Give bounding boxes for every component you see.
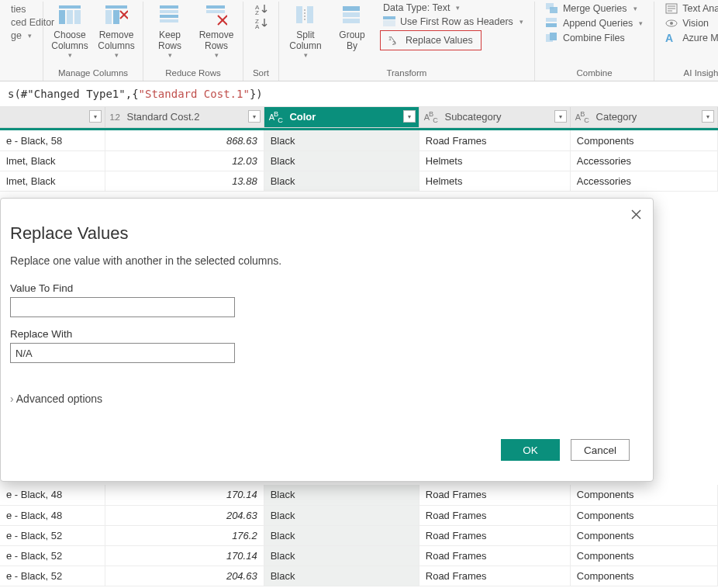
table-columns-icon <box>57 3 82 28</box>
svg-text:A: A <box>665 33 673 43</box>
cell[interactable]: Accessories <box>570 171 717 191</box>
column-header-0[interactable]: ▾ <box>0 107 105 127</box>
cell[interactable]: Black <box>264 485 419 505</box>
group-by-button[interactable]: Group By <box>330 2 374 53</box>
value-to-find-input[interactable] <box>10 297 235 317</box>
sort-asc-icon[interactable]: AZ <box>255 3 268 16</box>
cell[interactable]: Components <box>570 485 717 505</box>
cell[interactable]: 204.63 <box>105 505 264 525</box>
svg-rect-4 <box>105 5 127 9</box>
azure-ml-button[interactable]: A Azure Mach <box>662 31 718 45</box>
cell[interactable]: e - Black, 48 <box>0 505 105 525</box>
cell[interactable]: Components <box>570 505 717 525</box>
svg-rect-21 <box>296 6 302 23</box>
cell[interactable]: lmet, Black <box>0 171 105 191</box>
cell[interactable]: Road Frames <box>419 505 570 525</box>
cell[interactable]: 204.63 <box>105 566 264 586</box>
svg-rect-0 <box>59 5 81 9</box>
cell[interactable]: Road Frames <box>419 485 570 505</box>
svg-rect-27 <box>383 20 395 26</box>
remove-rows-button[interactable]: Remove Rows ▾ <box>195 2 238 61</box>
cell[interactable]: Road Frames <box>419 130 570 150</box>
cell[interactable]: Components <box>570 525 717 545</box>
data-type-button[interactable]: Data Type: Text▾ <box>380 2 463 14</box>
cancel-button[interactable]: Cancel <box>571 439 630 461</box>
svg-rect-12 <box>160 19 178 22</box>
combine-files-button[interactable]: Combine Files <box>543 31 628 45</box>
cell[interactable]: Helmets <box>419 150 570 171</box>
cell[interactable]: lmet, Black <box>0 150 105 171</box>
cell[interactable]: e - Black, 52 <box>0 525 105 545</box>
text-analytics-button[interactable]: Text Analytic <box>662 2 718 16</box>
filter-dropdown-icon[interactable]: ▾ <box>403 110 416 123</box>
cell[interactable]: e - Black, 48 <box>0 485 105 505</box>
svg-rect-3 <box>74 10 81 24</box>
replace-values-button[interactable]: 12 Replace Values <box>380 30 482 50</box>
table-row[interactable]: e - Black, 52170.14BlackRoad FramesCompo… <box>0 545 718 566</box>
advanced-options-toggle[interactable]: Advanced options <box>10 393 631 405</box>
cell[interactable]: 868.63 <box>105 130 264 150</box>
merge-queries-button[interactable]: Merge Queries▾ <box>543 2 640 16</box>
cell[interactable]: e - Black, 52 <box>0 545 105 566</box>
append-queries-button[interactable]: Append Queries▾ <box>543 16 646 30</box>
keep-rows-button[interactable]: Keep Rows ▾ <box>148 2 192 61</box>
table-row[interactable]: e - Black, 52204.63BlackRoad FramesCompo… <box>0 566 718 586</box>
column-header-color[interactable]: ABC Color ▾ <box>264 107 419 127</box>
cell[interactable]: Black <box>264 505 419 525</box>
cell[interactable]: Road Frames <box>419 525 570 545</box>
cell[interactable]: Black <box>264 171 419 191</box>
cell[interactable]: Components <box>570 545 717 566</box>
table-row[interactable]: e - Black, 48204.63BlackRoad FramesCompo… <box>0 505 718 525</box>
cell[interactable]: 13.88 <box>105 171 264 191</box>
ok-button[interactable]: OK <box>501 439 560 461</box>
cell[interactable]: Accessories <box>570 150 717 171</box>
cell[interactable]: 176.2 <box>105 525 264 545</box>
column-header-standard-cost-2[interactable]: 1.2 Standard Cost.2 ▾ <box>105 107 264 127</box>
split-column-icon <box>293 3 318 28</box>
cell[interactable]: 170.14 <box>105 485 264 505</box>
append-icon <box>546 17 558 29</box>
cell[interactable]: e - Black, 52 <box>0 566 105 586</box>
table-row[interactable]: lmet, Black12.03BlackHelmetsAccessories <box>0 150 718 171</box>
cell[interactable]: Components <box>570 130 717 150</box>
split-column-button[interactable]: Split Column ▾ <box>284 2 327 61</box>
group-label-combine: Combine <box>577 67 613 81</box>
cell[interactable]: Helmets <box>419 171 570 191</box>
cell[interactable]: Black <box>264 566 419 586</box>
table-row[interactable]: e - Black, 58868.63BlackRoad FramesCompo… <box>0 130 718 150</box>
column-header-subcategory[interactable]: ABC Subcategory ▾ <box>419 107 570 127</box>
filter-dropdown-icon[interactable]: ▾ <box>554 110 567 123</box>
sort-desc-icon[interactable]: ZA <box>255 17 268 29</box>
cell[interactable]: e - Black, 58 <box>0 130 105 150</box>
cell[interactable]: Black <box>264 130 419 150</box>
formula-bar[interactable]: s(#"Changed Type1",{"Standard Cost.1"}) <box>0 81 718 107</box>
cell[interactable]: Black <box>264 150 419 171</box>
table-row[interactable]: lmet, Black13.88BlackHelmetsAccessories <box>0 171 718 191</box>
cell[interactable]: Black <box>264 545 419 566</box>
cell[interactable]: Road Frames <box>419 545 570 566</box>
filter-dropdown-icon[interactable]: ▾ <box>89 110 102 123</box>
group-label-manage-columns: Manage Columns <box>58 67 128 81</box>
vision-button[interactable]: Vision <box>662 16 712 30</box>
ribbon-cropped-ge[interactable]: ge▾ <box>8 29 35 42</box>
cell[interactable]: 170.14 <box>105 545 264 566</box>
table-row[interactable]: e - Black, 52176.2BlackRoad FramesCompon… <box>0 525 718 545</box>
svg-rect-9 <box>160 5 178 9</box>
close-icon[interactable] <box>627 205 645 223</box>
cell[interactable]: 12.03 <box>105 150 264 171</box>
group-label-ai-insights: AI Insigh <box>684 67 718 81</box>
table-row[interactable]: e - Black, 48170.14BlackRoad FramesCompo… <box>0 485 718 505</box>
column-header-category[interactable]: ABC Category ▾ <box>570 107 717 127</box>
data-table-bottom: e - Black, 48170.14BlackRoad FramesCompo… <box>0 485 718 586</box>
cell[interactable]: Black <box>264 525 419 545</box>
cell[interactable]: Components <box>570 566 717 586</box>
svg-text:A: A <box>255 23 260 29</box>
replace-with-input[interactable] <box>10 343 235 363</box>
filter-dropdown-icon[interactable]: ▾ <box>248 110 261 123</box>
remove-columns-button[interactable]: Remove Columns ▾ <box>95 2 138 61</box>
first-row-headers-button[interactable]: Use First Row as Headers▾ <box>380 15 526 29</box>
choose-columns-button[interactable]: Choose Columns ▾ <box>48 2 91 61</box>
cell[interactable]: Road Frames <box>419 566 570 586</box>
filter-dropdown-icon[interactable]: ▾ <box>702 110 714 123</box>
svg-rect-22 <box>307 6 313 23</box>
